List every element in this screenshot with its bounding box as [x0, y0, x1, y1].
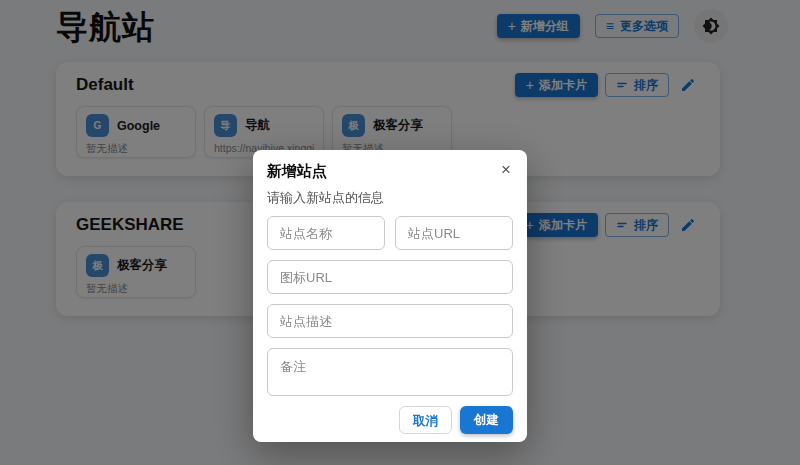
close-icon[interactable]: × — [499, 162, 513, 178]
remark-textarea[interactable] — [267, 348, 513, 396]
site-url-input[interactable] — [395, 216, 513, 250]
icon-url-input[interactable] — [267, 260, 513, 294]
create-button[interactable]: 创建 — [460, 406, 513, 434]
modal-header: 新增站点 × — [267, 162, 513, 180]
site-description-input[interactable] — [267, 304, 513, 338]
modal-footer: 取消 创建 — [267, 406, 513, 434]
modal-subtitle: 请输入新站点的信息 — [267, 189, 513, 206]
cancel-button[interactable]: 取消 — [399, 406, 452, 434]
site-name-input[interactable] — [267, 216, 385, 250]
modal-title: 新增站点 — [267, 162, 327, 180]
add-site-modal: 新增站点 × 请输入新站点的信息 取消 创建 — [253, 150, 527, 442]
add-site-form — [267, 216, 513, 396]
